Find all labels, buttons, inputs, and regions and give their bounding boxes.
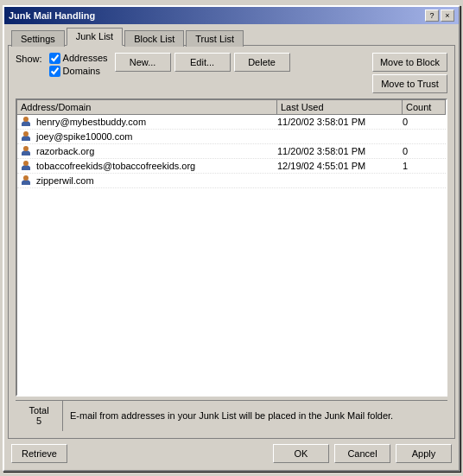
- title-bar: Junk Mail Handling ? ×: [4, 7, 459, 24]
- retrieve-button[interactable]: Retrieve: [11, 444, 67, 463]
- table-body: henry@mybestbuddy.com 11/20/02 3:58:01 P…: [17, 115, 446, 395]
- col-header-address: Address/Domain: [17, 100, 277, 114]
- col-header-lastused: Last Used: [277, 100, 403, 114]
- main-panel: Show: Addresses Domains New...: [8, 45, 455, 439]
- col-header-count: Count: [403, 100, 446, 114]
- addresses-checkbox-row: Addresses: [49, 53, 108, 64]
- person-icon: [20, 175, 32, 187]
- row-address: henry@mybestbuddy.com: [35, 117, 277, 127]
- window-content: Settings Junk List Block List Trust List…: [4, 24, 459, 470]
- row-address: tobaccofreekids@tobaccofreekids.org: [35, 161, 277, 171]
- addresses-checkbox[interactable]: [49, 53, 60, 64]
- domains-label: Domains: [63, 66, 100, 76]
- show-label: Show:: [16, 53, 42, 64]
- tab-block-list[interactable]: Block List: [124, 30, 184, 47]
- table-container: Address/Domain Last Used Count henry@myb…: [16, 98, 447, 397]
- person-icon: [20, 130, 32, 143]
- table-row[interactable]: tobaccofreekids@tobaccofreekids.org 12/1…: [17, 159, 446, 174]
- table-row[interactable]: joey@spike10000.com: [17, 130, 446, 144]
- row-count: 0: [403, 146, 446, 156]
- close-button[interactable]: ×: [441, 10, 454, 22]
- edit-button[interactable]: Edit...: [174, 53, 231, 72]
- title-bar-buttons: ? ×: [425, 10, 454, 22]
- checkboxes: Addresses Domains: [49, 53, 108, 77]
- row-icon: [17, 175, 35, 187]
- move-to-trust-button[interactable]: Move to Trust: [372, 74, 447, 93]
- table-row[interactable]: henry@mybestbuddy.com 11/20/02 3:58:01 P…: [17, 115, 446, 130]
- row-icon: [17, 160, 35, 172]
- table-header: Address/Domain Last Used Count: [17, 100, 446, 115]
- total-count: 5: [36, 416, 41, 426]
- row-icon: [17, 145, 35, 157]
- delete-button[interactable]: Delete: [234, 53, 290, 72]
- controls-area: Show: Addresses Domains New...: [16, 53, 447, 93]
- ok-button[interactable]: OK: [273, 444, 329, 463]
- total-label: Total: [29, 405, 48, 416]
- new-button[interactable]: New...: [115, 53, 171, 72]
- bottom-right-buttons: OK Cancel Apply: [273, 444, 452, 463]
- action-buttons: New... Edit... Delete: [115, 53, 290, 72]
- row-count: 1: [403, 161, 446, 171]
- row-lastused: 12/19/02 4:55:01 PM: [277, 161, 403, 171]
- row-icon: [17, 130, 35, 143]
- row-lastused: 11/20/02 3:58:01 PM: [277, 117, 403, 127]
- bottom-bar: Retrieve OK Cancel Apply: [8, 439, 455, 466]
- tab-junk-list[interactable]: Junk List: [67, 28, 123, 46]
- row-address: razorback.org: [35, 146, 277, 156]
- cancel-button[interactable]: Cancel: [334, 444, 390, 463]
- show-area: Show: Addresses Domains: [16, 53, 108, 77]
- status-message: E-mail from addresses in your Junk List …: [63, 401, 447, 431]
- table-row[interactable]: zipperwil.com: [17, 174, 446, 188]
- status-total: Total 5: [16, 401, 63, 431]
- tab-bar: Settings Junk List Block List Trust List: [8, 28, 455, 45]
- move-buttons: Move to Block Move to Trust: [372, 53, 447, 93]
- move-to-block-button[interactable]: Move to Block: [372, 53, 447, 72]
- main-window: Junk Mail Handling ? × Settings Junk Lis…: [3, 5, 460, 472]
- addresses-label: Addresses: [63, 53, 108, 63]
- status-bar: Total 5 E-mail from addresses in your Ju…: [16, 400, 447, 431]
- tab-settings[interactable]: Settings: [11, 30, 65, 47]
- table-row[interactable]: razorback.org 11/20/02 3:58:01 PM 0: [17, 144, 446, 159]
- person-icon: [20, 145, 32, 157]
- apply-button[interactable]: Apply: [396, 444, 452, 463]
- domains-checkbox-row: Domains: [49, 66, 108, 77]
- tab-trust-list[interactable]: Trust List: [186, 30, 244, 47]
- domains-checkbox[interactable]: [49, 66, 60, 77]
- row-count: 0: [403, 117, 446, 127]
- row-address: joey@spike10000.com: [35, 131, 277, 142]
- row-lastused: 11/20/02 3:58:01 PM: [277, 146, 403, 156]
- row-address: zipperwil.com: [35, 175, 277, 186]
- row-icon: [17, 116, 35, 128]
- window-title: Junk Mail Handling: [9, 10, 95, 21]
- person-icon: [20, 116, 32, 128]
- person-icon: [20, 160, 32, 172]
- help-button[interactable]: ?: [425, 10, 439, 22]
